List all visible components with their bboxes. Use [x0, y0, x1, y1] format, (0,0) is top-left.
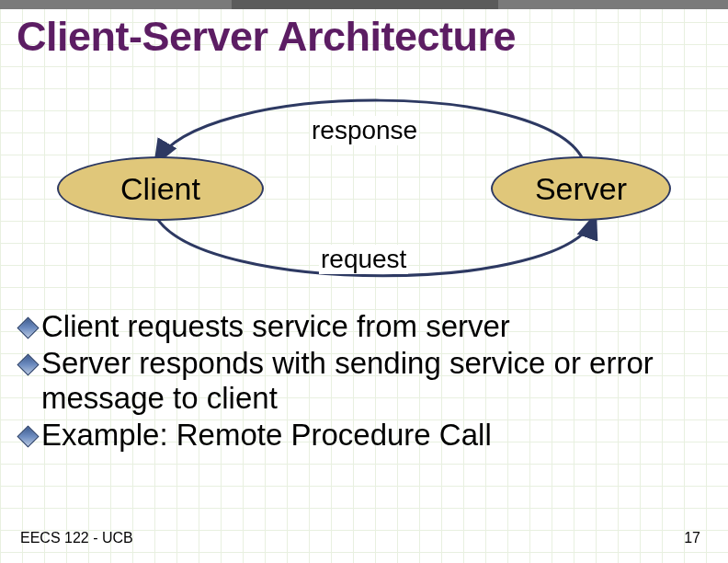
- list-item: Client requests service from server: [20, 309, 700, 344]
- server-node: Server: [491, 156, 671, 221]
- diamond-bullet-icon: [17, 425, 39, 447]
- request-label: request: [319, 245, 408, 274]
- list-item: Server responds with sending service or …: [20, 346, 700, 416]
- response-label: response: [310, 116, 419, 145]
- client-node-text: Client: [120, 171, 200, 207]
- page-title: Client-Server Architecture: [17, 13, 516, 61]
- slide-number: 17: [684, 530, 700, 546]
- bullet-text: Example: Remote Procedure Call: [41, 418, 492, 453]
- bullet-text: Client requests service from server: [41, 309, 510, 344]
- list-item: Example: Remote Procedure Call: [20, 418, 700, 453]
- diamond-bullet-icon: [17, 316, 39, 339]
- footer-course: EECS 122 - UCB: [20, 530, 133, 546]
- bullet-text: Server responds with sending service or …: [41, 346, 685, 416]
- diamond-bullet-icon: [17, 353, 39, 375]
- server-node-text: Server: [535, 171, 627, 207]
- client-node: Client: [57, 156, 264, 221]
- bullet-list: Client requests service from server Serv…: [20, 309, 700, 454]
- client-server-diagram: response Client Server request: [57, 88, 671, 291]
- top-border-band-accent: [232, 0, 498, 9]
